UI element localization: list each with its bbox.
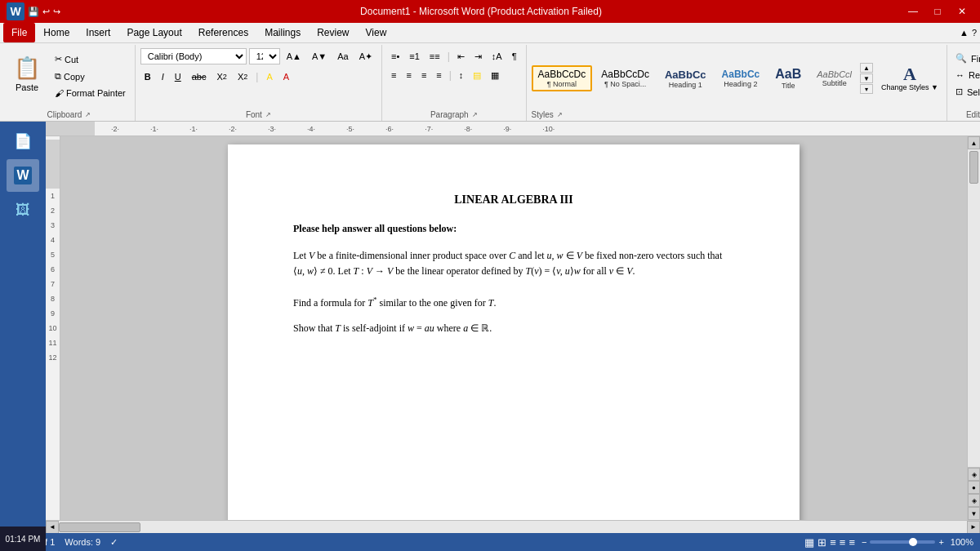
print-layout-button[interactable]: ▦ [804, 536, 814, 549]
menu-review[interactable]: Review [309, 23, 357, 42]
document-question2: Show that T is self-adjoint if w = au wh… [293, 322, 734, 335]
text-highlight-button[interactable]: A [262, 69, 276, 85]
font-launcher-icon[interactable]: ↗ [265, 111, 271, 118]
paragraph-launcher-icon[interactable]: ↗ [472, 111, 478, 118]
view-buttons: ▦ ⊞ ≡ ≡ ≡ [804, 536, 855, 549]
browse-select-button[interactable]: ● [968, 481, 980, 494]
horizontal-ruler: ·2· ·1· ·1· ·2· ·3· ·4· ·5· ·6· ·7· ·8· … [46, 122, 980, 136]
cut-button[interactable]: ✂ Cut [51, 51, 130, 67]
align-right-button[interactable]: ≡ [417, 67, 430, 83]
maximize-button[interactable]: □ [926, 3, 949, 20]
zoom-out-button[interactable]: − [862, 537, 866, 547]
underline-button[interactable]: U [171, 69, 185, 85]
document-title: LINEAR ALGEBRA III [293, 193, 734, 207]
show-marks-button[interactable]: ¶ [508, 48, 521, 64]
quick-access-redo[interactable]: ↪ [53, 7, 60, 17]
scroll-up-button[interactable]: ▲ [968, 136, 980, 149]
font-family-select[interactable]: Calibri (Body) [140, 48, 247, 64]
shading-button[interactable]: ▤ [469, 67, 485, 83]
menu-file[interactable]: File [3, 23, 35, 42]
style-normal[interactable]: AaBbCcDc ¶ Normal [532, 65, 593, 91]
taskbar: 01:14 PM [0, 527, 46, 551]
multilevel-button[interactable]: ≡≡ [425, 48, 444, 64]
text-effects-button[interactable]: A✦ [355, 48, 376, 64]
browse-prev-button[interactable]: ◈ [968, 468, 980, 481]
sidebar-landscape-icon[interactable]: 🖼 [7, 193, 39, 226]
title-bar-left: W 💾 ↩ ↪ [7, 2, 60, 20]
superscript-button[interactable]: X2 [234, 69, 252, 85]
bold-button[interactable]: B [140, 69, 155, 85]
align-left-button[interactable]: ≡ [387, 67, 400, 83]
paste-button[interactable]: 📋 Paste [8, 48, 46, 99]
zoom-in-button[interactable]: + [938, 537, 943, 547]
copy-button[interactable]: ⧉ Copy [51, 69, 130, 84]
menu-references[interactable]: References [190, 23, 256, 42]
clipboard-launcher-icon[interactable]: ↗ [85, 111, 91, 118]
align-center-button[interactable]: ≡ [402, 67, 415, 83]
change-styles-button[interactable]: A Change Styles ▼ [878, 62, 942, 96]
minimize-button[interactable]: — [902, 3, 924, 20]
font-color-button[interactable]: A [279, 69, 293, 85]
sidebar-word-icon[interactable]: W [7, 159, 39, 192]
grow-font-button[interactable]: A▲ [283, 48, 305, 64]
document-paragraph1: Let V be a finite-dimensional inner prod… [293, 248, 734, 279]
style-subtitle[interactable]: AaBbCcl Subtitle [810, 66, 858, 91]
style-heading1[interactable]: AaBbCc Heading 1 [658, 65, 713, 92]
proofing-icon[interactable]: ✓ [110, 537, 118, 548]
style-no-spacing[interactable]: AaBbCcDc ¶ No Spaci... [595, 65, 656, 91]
window-title: Document1 - Microsoft Word (Product Acti… [60, 6, 902, 17]
bullets-button[interactable]: ≡• [387, 48, 403, 64]
web-layout-button[interactable]: ≡ [830, 536, 836, 549]
menu-insert[interactable]: Insert [78, 23, 118, 42]
scroll-right-button[interactable]: ► [967, 521, 980, 534]
help-icon[interactable]: ? [972, 28, 977, 38]
styles-scroll-up[interactable]: ▲ [860, 63, 873, 73]
sidebar-pdf-icon[interactable]: 📄 [7, 125, 39, 158]
ribbon: 📋 Paste ✂ Cut ⧉ Copy 🖌 Format [0, 43, 980, 122]
browse-next-button[interactable]: ◈ [968, 494, 980, 507]
menu-page-layout[interactable]: Page Layout [118, 23, 189, 42]
quick-access-undo[interactable]: ↩ [42, 7, 50, 17]
select-button[interactable]: ⊡ Select = [952, 85, 980, 99]
sort-button[interactable]: ↕A [488, 48, 506, 64]
line-spacing-button[interactable]: ↕ [455, 67, 468, 83]
outline-button[interactable]: ≡ [840, 536, 846, 549]
doc-container: 123456789101112 LINEAR ALGEBRA III Pleas… [46, 136, 980, 520]
draft-button[interactable]: ≡ [849, 536, 855, 549]
italic-button[interactable]: I [158, 69, 168, 85]
menu-view[interactable]: View [358, 23, 395, 42]
format-painter-icon: 🖌 [55, 88, 64, 98]
font-size-select[interactable]: 12 [249, 48, 280, 64]
document-scroll-area[interactable]: LINEAR ALGEBRA III Please help answer al… [60, 136, 967, 520]
styles-scroll-more[interactable]: ▾ [860, 84, 873, 94]
menu-mailings[interactable]: Mailings [256, 23, 309, 42]
document-subtitle: Please help answer all questions below: [293, 223, 734, 235]
close-button[interactable]: ✕ [951, 3, 973, 20]
zoom-slider[interactable] [870, 540, 935, 544]
ribbon-expand-icon[interactable]: ▲ [960, 28, 969, 38]
increase-indent-button[interactable]: ⇥ [470, 48, 486, 64]
styles-scroll-down[interactable]: ▼ [860, 73, 873, 83]
right-scrollbar: ▲ ◈ ● ◈ ▼ [967, 136, 980, 520]
full-screen-button[interactable]: ⊞ [817, 536, 826, 549]
find-button[interactable]: 🔍 Find ▼ [952, 51, 980, 65]
style-title[interactable]: AaB Title [768, 64, 808, 93]
numbering-button[interactable]: ≡1 [405, 48, 424, 64]
justify-button[interactable]: ≡ [432, 67, 445, 83]
clear-format-button[interactable]: Aa [333, 48, 352, 64]
shrink-font-button[interactable]: A▼ [308, 48, 331, 64]
subscript-button[interactable]: X2 [212, 69, 230, 85]
quick-access-save[interactable]: 💾 [28, 7, 39, 17]
borders-button[interactable]: ▦ [487, 67, 503, 83]
vertical-ruler: 123456789101112 [46, 136, 60, 520]
replace-button[interactable]: ↔ Replace [952, 69, 980, 82]
cut-icon: ✂ [55, 54, 62, 64]
strikethrough-button[interactable]: abc [188, 69, 211, 85]
format-painter-button[interactable]: 🖌 Format Painter [51, 86, 130, 100]
decrease-indent-button[interactable]: ⇤ [453, 48, 469, 64]
styles-launcher-icon[interactable]: ↗ [557, 111, 563, 118]
scroll-down-button[interactable]: ▼ [968, 507, 980, 520]
scroll-left-button[interactable]: ◄ [46, 521, 59, 534]
style-heading2[interactable]: AaBbCc Heading 2 [715, 65, 767, 91]
menu-home[interactable]: Home [35, 23, 78, 42]
